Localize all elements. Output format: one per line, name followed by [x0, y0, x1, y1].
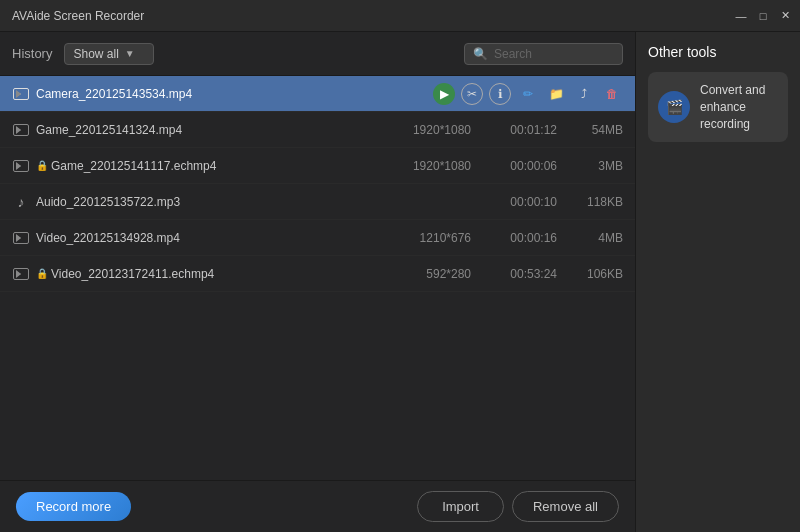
video-file-icon: [12, 157, 30, 175]
dropdown-value: Show all: [73, 47, 118, 61]
remove-all-button[interactable]: Remove all: [512, 491, 619, 522]
chevron-down-icon: ▼: [125, 48, 135, 59]
audio-file-icon: ♪: [12, 193, 30, 211]
main-container: History Show all ▼ 🔍 Camera_220125143534…: [0, 32, 800, 532]
file-name: Camera_220125143534.mp4: [36, 87, 425, 101]
close-button[interactable]: ✕: [778, 9, 792, 23]
folder-button[interactable]: 📁: [545, 83, 567, 105]
convert-enhance-tool[interactable]: 🎬 Convert and enhance recording: [648, 72, 788, 142]
file-row[interactable]: ♪Auido_220125135722.mp300:00:10118KB: [0, 184, 635, 220]
share-button[interactable]: ⤴: [573, 83, 595, 105]
search-icon: 🔍: [473, 47, 488, 61]
tool-label: Convert and enhance recording: [700, 82, 778, 132]
bottom-bar: Record more Import Remove all: [0, 480, 635, 532]
file-row[interactable]: Camera_220125143534.mp4▶✂ℹ✏📁⤴🗑: [0, 76, 635, 112]
file-name: Auido_220125135722.mp3: [36, 195, 381, 209]
file-name: Game_220125141324.mp4: [36, 123, 381, 137]
file-duration: 00:00:16: [487, 231, 557, 245]
row-actions: ▶✂ℹ✏📁⤴🗑: [433, 83, 623, 105]
file-duration: 00:01:12: [487, 123, 557, 137]
file-list[interactable]: Camera_220125143534.mp4▶✂ℹ✏📁⤴🗑Game_22012…: [0, 76, 635, 480]
left-panel: History Show all ▼ 🔍 Camera_220125143534…: [0, 32, 635, 532]
right-panel: Other tools 🎬 Convert and enhance record…: [635, 32, 800, 532]
titlebar-controls: — □ ✕: [734, 9, 792, 23]
video-file-icon: [12, 229, 30, 247]
search-box: 🔍: [464, 43, 623, 65]
file-row[interactable]: Video_220125134928.mp41210*67600:00:164M…: [0, 220, 635, 256]
file-size: 106KB: [573, 267, 623, 281]
history-label: History: [12, 46, 52, 61]
file-name: Video_220123172411.echmp4: [51, 267, 381, 281]
record-more-button[interactable]: Record more: [16, 492, 131, 521]
play-button[interactable]: ▶: [433, 83, 455, 105]
show-all-dropdown[interactable]: Show all ▼: [64, 43, 154, 65]
minimize-button[interactable]: —: [734, 9, 748, 23]
file-duration: 00:00:10: [487, 195, 557, 209]
video-file-icon: [12, 85, 30, 103]
file-size: 3MB: [573, 159, 623, 173]
titlebar: AVAide Screen Recorder — □ ✕: [0, 0, 800, 32]
right-panel-title: Other tools: [648, 44, 788, 60]
file-size: 118KB: [573, 195, 623, 209]
toolbar: History Show all ▼ 🔍: [0, 32, 635, 76]
file-duration: 00:53:24: [487, 267, 557, 281]
file-resolution: 1920*1080: [381, 123, 471, 137]
file-size: 54MB: [573, 123, 623, 137]
maximize-button[interactable]: □: [756, 9, 770, 23]
file-row[interactable]: 🔒Video_220123172411.echmp4592*28000:53:2…: [0, 256, 635, 292]
clip-button[interactable]: ✂: [461, 83, 483, 105]
lock-icon: 🔒: [36, 268, 48, 279]
video-file-icon: [12, 265, 30, 283]
file-size: 4MB: [573, 231, 623, 245]
tool-icon: 🎬: [658, 91, 690, 123]
file-row[interactable]: Game_220125141324.mp41920*108000:01:1254…: [0, 112, 635, 148]
lock-icon: 🔒: [36, 160, 48, 171]
video-file-icon: [12, 121, 30, 139]
file-row[interactable]: 🔒Game_220125141117.echmp41920*108000:00:…: [0, 148, 635, 184]
file-duration: 00:00:06: [487, 159, 557, 173]
edit-button[interactable]: ✏: [517, 83, 539, 105]
info-button[interactable]: ℹ: [489, 83, 511, 105]
search-input[interactable]: [494, 47, 614, 61]
app-title: AVAide Screen Recorder: [12, 9, 144, 23]
import-button[interactable]: Import: [417, 491, 504, 522]
file-name: Game_220125141117.echmp4: [51, 159, 381, 173]
file-resolution: 1210*676: [381, 231, 471, 245]
file-resolution: 1920*1080: [381, 159, 471, 173]
file-name: Video_220125134928.mp4: [36, 231, 381, 245]
file-resolution: 592*280: [381, 267, 471, 281]
delete-button[interactable]: 🗑: [601, 83, 623, 105]
